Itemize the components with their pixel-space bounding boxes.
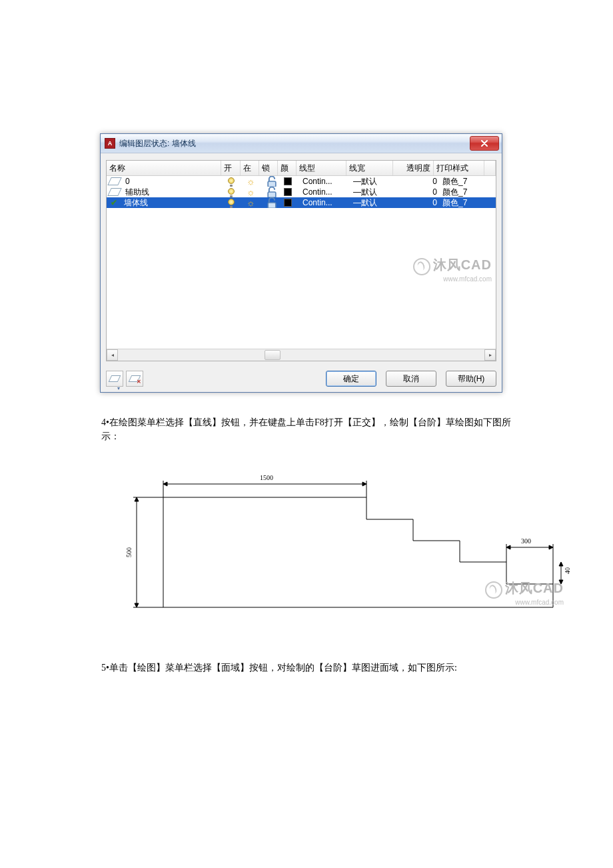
check-icon xyxy=(109,199,119,207)
dialog-toolbar: 确定 取消 帮助(H) xyxy=(106,371,496,387)
cell-plotstyle[interactable]: 颜色_7 xyxy=(440,176,492,187)
sun-icon[interactable] xyxy=(247,177,255,185)
cell-plotstyle[interactable]: 颜色_7 xyxy=(440,197,492,208)
dim-left-500: 500 xyxy=(125,547,133,557)
ok-button[interactable]: 确定 xyxy=(326,371,376,387)
dialog-title: 编辑图层状态: 墙体线 xyxy=(119,138,196,149)
help-button[interactable]: 帮助(H) xyxy=(446,371,496,387)
new-layer-button[interactable] xyxy=(106,371,123,387)
svg-rect-2 xyxy=(268,203,276,208)
delete-layer-button[interactable] xyxy=(126,371,143,387)
layer-icon xyxy=(107,177,122,185)
col-on[interactable]: 开 xyxy=(221,161,240,175)
scroll-right-button[interactable]: ▸ xyxy=(484,349,496,361)
sun-icon[interactable] xyxy=(247,199,255,207)
cell-lineweight[interactable]: —默认 xyxy=(350,187,398,197)
dim-far-right-40: 40 xyxy=(564,567,571,574)
layer-list-panel: 名称 开 在 锁 颜 线型 线宽 透明度 打印样式 xyxy=(106,160,496,361)
delete-corner-icon xyxy=(137,375,141,385)
scroll-track[interactable] xyxy=(118,349,484,361)
app-icon xyxy=(105,138,115,149)
cell-linetype[interactable]: Contin... xyxy=(300,197,350,208)
color-swatch[interactable] xyxy=(284,199,292,207)
horizontal-scrollbar[interactable]: ◂ ▸ xyxy=(107,349,496,361)
step-sketch-diagram: 1500 500 300 40 沐风CAD www.mfcad.com xyxy=(113,467,566,621)
col-plotstyle[interactable]: 打印样式 xyxy=(434,161,484,175)
cancel-button[interactable]: 取消 xyxy=(386,371,436,387)
col-color[interactable]: 颜 xyxy=(278,161,297,175)
col-lock[interactable]: 锁 xyxy=(259,161,278,175)
col-freeze[interactable]: 在 xyxy=(241,161,259,175)
dialog-titlebar[interactable]: 编辑图层状态: 墙体线 xyxy=(101,134,502,153)
cell-lineweight[interactable]: —默认 xyxy=(350,176,398,187)
scroll-thumb[interactable] xyxy=(265,350,281,360)
edit-layer-state-dialog: 编辑图层状态: 墙体线 名称 开 在 锁 颜 线型 线宽 透明度 xyxy=(100,133,502,393)
layer-name: 辅助线 xyxy=(125,187,149,197)
layer-list-rows: 0 Contin... —默认 0 颜色_7 xyxy=(107,176,496,349)
lock-open-icon[interactable] xyxy=(265,197,279,208)
cell-linetype[interactable]: Contin... xyxy=(300,176,350,187)
layer-row[interactable]: 辅助线 Contin... —默认 0 颜色_7 xyxy=(107,187,496,197)
cell-transparency[interactable]: 0 xyxy=(398,197,440,208)
layer-name: 0 xyxy=(125,177,130,186)
instruction-paragraph-5: 5•单击【绘图】菜单栏选择【面域】按钮，对绘制的【台阶】草图进面域，如下图所示: xyxy=(101,661,518,675)
layer-row[interactable]: 0 Contin... —默认 0 颜色_7 xyxy=(107,176,496,187)
svg-rect-0 xyxy=(268,181,276,187)
bulb-icon[interactable] xyxy=(228,188,235,196)
cell-transparency[interactable]: 0 xyxy=(398,176,440,187)
close-button[interactable] xyxy=(470,136,499,151)
sun-icon[interactable] xyxy=(247,188,255,196)
cell-lineweight[interactable]: —默认 xyxy=(350,197,398,208)
col-transparency[interactable]: 透明度 xyxy=(393,161,434,175)
lock-open-icon[interactable] xyxy=(265,176,279,187)
dim-top-1500: 1500 xyxy=(260,474,273,481)
cell-linetype[interactable]: Contin... xyxy=(300,187,350,197)
layer-name: 墙体线 xyxy=(124,197,148,208)
layer-list-header: 名称 开 在 锁 颜 线型 线宽 透明度 打印样式 xyxy=(107,161,496,176)
watermark: 沐风CAD www.mfcad.com xyxy=(413,256,492,283)
dialog-body: 名称 开 在 锁 颜 线型 线宽 透明度 打印样式 xyxy=(101,153,502,392)
close-icon xyxy=(481,140,488,147)
color-swatch[interactable] xyxy=(284,177,292,185)
color-swatch[interactable] xyxy=(284,188,292,196)
lock-open-icon[interactable] xyxy=(265,187,279,197)
bulb-icon[interactable] xyxy=(228,177,235,185)
col-name[interactable]: 名称 xyxy=(107,161,221,175)
bulb-icon[interactable] xyxy=(228,199,235,207)
instruction-paragraph-4: 4•在绘图菜单栏选择【直线】按钮，并在键盘上单击F8打开【正交】，绘制【台阶】草… xyxy=(101,415,518,443)
col-lineweight[interactable]: 线宽 xyxy=(346,161,394,175)
scroll-left-button[interactable]: ◂ xyxy=(107,349,118,361)
col-linetype[interactable]: 线型 xyxy=(297,161,346,175)
svg-rect-1 xyxy=(268,192,276,197)
layer-icon xyxy=(107,188,122,196)
cell-plotstyle[interactable]: 颜色_7 xyxy=(440,187,492,197)
layer-row-selected[interactable]: 墙体线 Contin... —默认 0 颜色_7 xyxy=(107,197,496,208)
cell-transparency[interactable]: 0 xyxy=(398,187,440,197)
add-corner-icon xyxy=(117,381,121,385)
dim-right-300: 300 xyxy=(521,537,531,545)
